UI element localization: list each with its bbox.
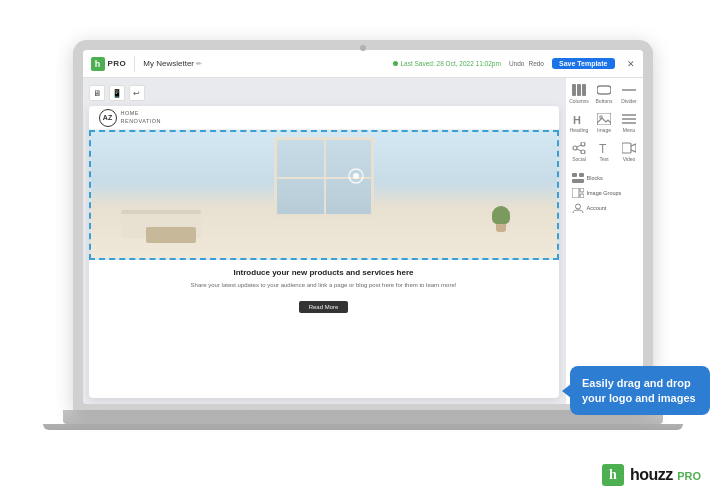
pro-label: PRO: [108, 59, 127, 68]
newsletter-headline: Introduce your new products and services…: [105, 268, 543, 277]
tooltip-callout: Easily drag and drop your logo and image…: [570, 366, 710, 415]
buttons-label: Buttons: [596, 98, 613, 104]
toolbar-divider-1: [134, 56, 135, 72]
newsletter-name: My Newsletter ✏: [143, 59, 202, 68]
undo-redo-group: Undo Redo: [509, 60, 544, 67]
social-label: Social: [572, 156, 586, 162]
divider-label: Divider: [621, 98, 637, 104]
plant-leaves: [492, 206, 510, 224]
top-toolbar: PRO My Newsletter ✏ Last Saved: 28 Oct, …: [83, 50, 643, 78]
menu-label: Menu: [623, 127, 636, 133]
svg-point-13: [573, 146, 577, 150]
screen-bezel: PRO My Newsletter ✏ Last Saved: 28 Oct, …: [73, 40, 653, 410]
video-label: Video: [623, 156, 636, 162]
svg-rect-5: [597, 86, 611, 94]
svg-text:H: H: [573, 114, 581, 125]
sidebar-item-columns[interactable]: Columns: [568, 80, 591, 107]
sidebar-item-buttons[interactable]: Buttons: [593, 80, 616, 107]
save-template-button[interactable]: Save Template: [552, 58, 615, 69]
heading-icon: H: [570, 112, 588, 126]
svg-point-14: [581, 142, 585, 146]
sub-toolbar: 🖥 📱 ↩: [89, 84, 559, 102]
image-groups-icon: [572, 188, 584, 198]
drag-cursor-icon: [347, 167, 365, 185]
svg-line-16: [577, 145, 581, 147]
laptop-screen: PRO My Newsletter ✏ Last Saved: 28 Oct, …: [83, 50, 643, 404]
divider-icon: [620, 83, 638, 97]
svg-rect-23: [572, 188, 579, 198]
svg-rect-24: [580, 188, 584, 192]
svg-rect-3: [577, 84, 581, 96]
close-button[interactable]: ✕: [627, 59, 635, 69]
sidebar-item-divider[interactable]: Divider: [618, 80, 641, 107]
svg-text:T: T: [599, 142, 607, 154]
buttons-icon: [595, 83, 613, 97]
newsletter-preview[interactable]: AZ HOMERENOVATION: [89, 106, 559, 398]
redo-button[interactable]: Redo: [528, 60, 544, 67]
saved-status: Last Saved: 28 Oct, 2022 11:02pm: [393, 60, 500, 67]
saved-dot: [393, 61, 398, 66]
sidebar-item-text[interactable]: T Text: [593, 138, 616, 165]
page-wrapper: PRO My Newsletter ✏ Last Saved: 28 Oct, …: [0, 0, 725, 500]
svg-point-15: [581, 150, 585, 154]
columns-icon: [570, 83, 588, 97]
tablet-view-button[interactable]: 📱: [109, 85, 125, 101]
sidebar-item-menu[interactable]: Menu: [618, 109, 641, 136]
video-icon: [620, 141, 638, 155]
undo-button[interactable]: Undo: [509, 60, 525, 67]
menu-icon: [620, 112, 638, 126]
columns-label: Columns: [569, 98, 589, 104]
svg-rect-19: [622, 143, 631, 153]
edit-pencil-icon[interactable]: ✏: [196, 60, 202, 68]
svg-rect-20: [572, 173, 577, 177]
read-more-button[interactable]: Read More: [299, 301, 349, 313]
back-button[interactable]: ↩: [129, 85, 145, 101]
svg-rect-25: [580, 194, 584, 198]
app-ui: PRO My Newsletter ✏ Last Saved: 28 Oct, …: [83, 50, 643, 404]
sidebar-item-video[interactable]: Video: [618, 138, 641, 165]
sidebar-item-blocks[interactable]: Blocks: [568, 171, 641, 185]
image-icon: [595, 112, 613, 126]
image-drop-area[interactable]: [89, 130, 559, 260]
text-label: Text: [599, 156, 608, 162]
back-icon: ↩: [133, 89, 140, 98]
sidebar-item-image-groups[interactable]: Image Groups: [568, 186, 641, 200]
newsletter-header: AZ HOMERENOVATION: [89, 106, 559, 130]
az-logo: AZ HOMERENOVATION: [99, 109, 162, 127]
watermark-brand: houzz PRO: [630, 466, 701, 484]
sidebar-item-image[interactable]: Image: [593, 109, 616, 136]
plant-pot: [496, 224, 506, 232]
laptop-foot: [43, 424, 683, 430]
svg-rect-8: [597, 113, 611, 125]
svg-rect-21: [579, 173, 584, 177]
tablet-icon: 📱: [112, 89, 122, 98]
newsletter-body: Introduce your new products and services…: [89, 260, 559, 321]
houzz-logo: PRO: [91, 57, 127, 71]
houzz-watermark: houzz PRO: [602, 464, 701, 486]
main-content: 🖥 📱 ↩: [83, 78, 643, 404]
text-icon: T: [595, 141, 613, 155]
blocks-icon: [572, 173, 584, 183]
table-element: [146, 227, 196, 243]
az-circle-icon: AZ: [99, 109, 117, 127]
image-label: Image: [597, 127, 611, 133]
houzz-logo-icon: [91, 57, 105, 71]
svg-point-1: [353, 173, 359, 179]
monitor-icon: 🖥: [93, 89, 101, 98]
svg-line-17: [577, 149, 581, 151]
svg-rect-4: [582, 84, 586, 96]
sidebar-item-social[interactable]: Social: [568, 138, 591, 165]
window-cross-v: [324, 140, 326, 214]
monitor-view-button[interactable]: 🖥: [89, 85, 105, 101]
social-icon: [570, 141, 588, 155]
sidebar-item-heading[interactable]: H Heading: [568, 109, 591, 136]
right-sidebar: Columns Buttons: [565, 78, 643, 404]
plant-element: [495, 210, 507, 240]
sidebar-item-account[interactable]: Account: [568, 201, 641, 215]
svg-rect-2: [572, 84, 576, 96]
editor-area: 🖥 📱 ↩: [83, 78, 565, 404]
account-icon: [572, 203, 584, 213]
heading-label: Heading: [570, 127, 589, 133]
brand-name: HOMERENOVATION: [121, 110, 162, 124]
svg-rect-22: [572, 179, 584, 183]
